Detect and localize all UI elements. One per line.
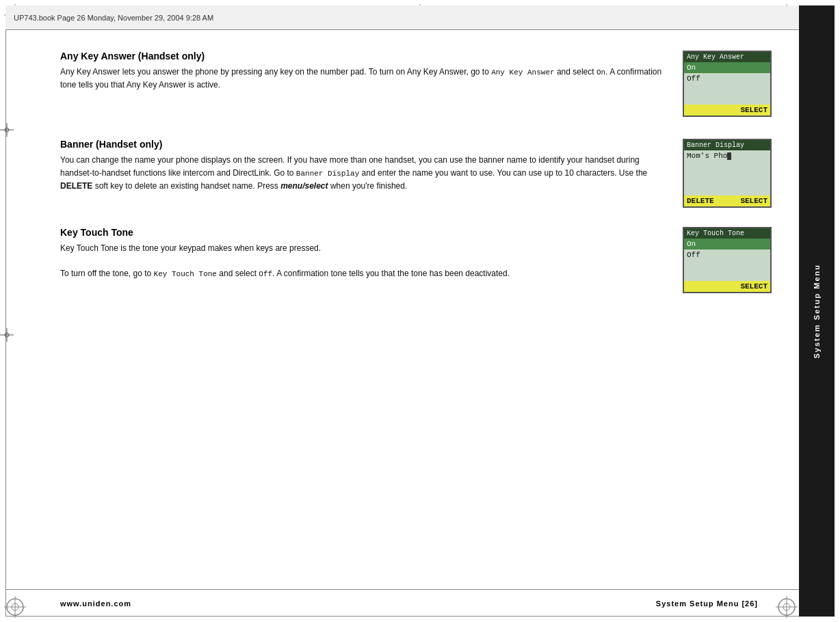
screen-any-key-answer-row-on: On: [684, 62, 770, 73]
screen-any-key-answer-row-off: Off: [684, 73, 770, 84]
screen-any-key-answer: Any Key Answer On Off SELECT: [683, 51, 772, 117]
any-key-answer-text: Any Key Answer (Handset only) Any Key An…: [60, 51, 669, 92]
key-touch-tone-text: Key Touch Tone Key Touch Tone is the ton…: [60, 227, 669, 280]
header-text: UP743.book Page 26 Monday, November 29, …: [14, 14, 213, 22]
right-sidebar: System Setup Menu: [799, 5, 835, 617]
banner-title: Banner (Handset only): [60, 139, 669, 150]
screen-key-touch-tone: Key Touch Tone On Off SELECT: [683, 227, 772, 293]
sidebar-label: System Setup Menu: [813, 264, 821, 359]
section-banner: Banner (Handset only) You can change the…: [60, 139, 772, 208]
screen-key-touch-tone-row-on: On: [684, 239, 770, 249]
section-any-key-answer: Any Key Answer (Handset only) Any Key An…: [60, 51, 772, 117]
screen-key-touch-tone-title: Key Touch Tone: [684, 228, 770, 239]
screen-banner-select: SELECT: [740, 197, 767, 205]
screen-any-key-answer-title: Any Key Answer: [684, 52, 770, 62]
key-touch-tone-title: Key Touch Tone: [60, 227, 669, 238]
main-content: Any Key Answer (Handset only) Any Key An…: [5, 30, 799, 588]
screen-banner-delete: DELETE: [687, 197, 714, 205]
screen-banner-footer: DELETE SELECT: [684, 195, 770, 206]
footer-right: System Setup Menu [26]: [656, 599, 758, 608]
bottom-footer: www.uniden.com System Setup Menu [26]: [5, 589, 799, 617]
any-key-answer-body: Any Key Answer lets you answer the phone…: [60, 66, 669, 92]
screen-key-touch-tone-footer: SELECT: [684, 281, 770, 292]
screen-key-touch-tone-row-off: Off: [684, 249, 770, 260]
screen-any-key-answer-footer: SELECT: [684, 105, 770, 116]
key-touch-tone-body: Key Touch Tone is the tone your keypad m…: [60, 242, 669, 280]
screen-banner-title: Banner Display: [684, 140, 770, 150]
screen-banner: Banner Display Mom's Pho DELETE SELECT: [683, 139, 772, 208]
header-bar: UP743.book Page 26 Monday, November 29, …: [5, 5, 835, 30]
banner-text: Banner (Handset only) You can change the…: [60, 139, 669, 192]
footer-left: www.uniden.com: [60, 599, 131, 608]
screen-banner-row-name: Mom's Pho: [684, 150, 770, 161]
section-key-touch-tone: Key Touch Tone Key Touch Tone is the ton…: [60, 227, 772, 293]
any-key-answer-title: Any Key Answer (Handset only): [60, 51, 669, 62]
banner-body: You can change the name your phone displ…: [60, 154, 669, 192]
